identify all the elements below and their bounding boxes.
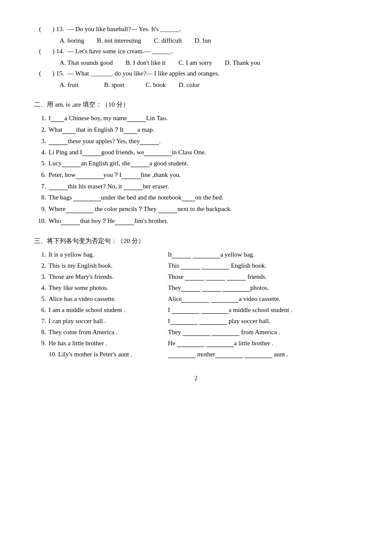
q14-optC: C. I am sorry <box>179 59 212 66</box>
p3-right-2: This English book. <box>168 262 358 269</box>
part2-item2: 2. Whatthat in English？Ita map. <box>34 126 358 134</box>
p3-left-10: 10. Lily's mother is Peter's aunt . <box>49 351 168 358</box>
p3-right-1: It a yellow bag. <box>168 251 358 258</box>
q15-options: A. fruit B. sport C. book D. color <box>60 81 358 89</box>
question-15: ( ) 15. — What _______ do you like?— I l… <box>34 70 358 77</box>
p3-num-10 <box>34 351 46 358</box>
p3-left-8: They come from America . <box>49 329 168 336</box>
p3-left-3: Those are Mary's friends. <box>49 273 168 280</box>
item-num-7: 7. <box>34 183 46 190</box>
p3-num-8: 8. <box>34 329 46 336</box>
p3-left-9: He has a little brother . <box>49 340 168 347</box>
p3-right-9: He a little brother . <box>168 340 358 347</box>
part3-section: 三、将下列各句变为否定句：（20 分） 1. It is a yellow ba… <box>34 237 358 358</box>
p3-num-6: 6. <box>34 306 46 314</box>
item-content-7: this his eraser? No, it her eraser. <box>49 183 358 190</box>
part3-header: 三、将下列各句变为否定句：（20 分） <box>34 237 358 245</box>
item-num-10: 10. <box>34 217 46 225</box>
p3-right-6: I a middle school student . <box>168 306 358 314</box>
p3-left-5: Alice has a video cassette. <box>49 295 168 303</box>
part2-section: 二、用 am, is ,are 填空：（10 分） 1. Ia Chinese … <box>34 101 358 225</box>
item-content-1: Ia Chinese boy, my nameLin Tao. <box>49 115 358 122</box>
part2-item6: 6. Peter, howyou？Ifine ,thank you. <box>34 171 358 179</box>
p3-left-6: I am a middle school student . <box>49 306 168 314</box>
q15-num: 15. <box>56 70 64 77</box>
q15-optD: D. color <box>179 81 199 89</box>
p3-right-10: mother aunt . <box>168 351 358 358</box>
item-num-3: 3. <box>34 138 46 145</box>
blank-paren-13 <box>46 26 52 33</box>
q15-optC: C. book <box>146 81 166 89</box>
q13-optC: C. difficult <box>154 37 182 44</box>
p3-num-2: 2. <box>34 262 46 269</box>
item-num-2: 2. <box>34 126 46 133</box>
item-num-6: 6. <box>34 171 46 179</box>
part2-header: 二、用 am, is ,are 填空：（10 分） <box>34 101 358 109</box>
part2-item3: 3. these your apples? Yes, they. <box>34 138 358 145</box>
item-num-5: 5. <box>34 160 46 167</box>
p3-num-1: 1. <box>34 251 46 258</box>
part3-item5: 5. Alice has a video cassette. Alice a v… <box>34 295 358 303</box>
q13-optB: B. not interesting <box>97 37 141 44</box>
p3-right-8: They from America . <box>168 329 358 336</box>
q14-optA: A. That sounds good <box>60 59 113 66</box>
question-14-text: 14. — Let's have some ice cream.— ______… <box>55 48 358 55</box>
blank-paren-14 <box>46 48 52 55</box>
question-15-text: 15. — What _______ do you like?— I like … <box>55 70 358 77</box>
blank-paren-15 <box>46 70 52 77</box>
part3-item2: 2. This is my English book. This English… <box>34 262 358 269</box>
part3-item6: 6. I am a middle school student . I a mi… <box>34 306 358 314</box>
p3-right-7: I play soccer ball. <box>168 318 358 325</box>
p3-num-5: 5. <box>34 295 46 303</box>
part3-item3: 3. Those are Mary's friends. Those frien… <box>34 273 358 280</box>
part2-item7: 7. this his eraser? No, it her eraser. <box>34 183 358 190</box>
paren-15: ( <box>34 70 46 77</box>
part2-item5: 5. Lucyan English girl, shea good studen… <box>34 160 358 167</box>
p3-num-3: 3. <box>34 273 46 280</box>
item-content-5: Lucyan English girl, shea good student. <box>49 160 358 167</box>
p3-right-3: Those friends. <box>168 273 358 280</box>
item-content-4: Li Ping and Igood friends, wein Class On… <box>49 149 358 156</box>
q14-optD: D. Thank you <box>225 59 260 66</box>
p3-right-5: Alice a video cassette. <box>168 295 358 303</box>
part3-item10: 10. Lily's mother is Peter's aunt . moth… <box>34 351 358 358</box>
item-num-4: 4. <box>34 149 46 156</box>
q14-num: 14. <box>56 48 64 55</box>
p3-num-4: 4. <box>34 284 46 292</box>
q13-optA: A. boring <box>60 37 84 44</box>
item-num-9: 9. <box>34 205 46 213</box>
p3-num-7: 7. <box>34 318 46 325</box>
question-14: ( ) 14. — Let's have some ice cream.— __… <box>34 48 358 55</box>
item-content-2: Whatthat in English？Ita map. <box>49 126 358 134</box>
item-content-8: The bags under the bed and the notebooko… <box>49 194 358 201</box>
q15-optB: B. sport <box>104 81 124 89</box>
q13-num: 13. <box>56 26 64 32</box>
part2-item8: 8. The bags under the bed and the notebo… <box>34 194 358 201</box>
p3-left-7: I can play soccer ball . <box>49 318 168 325</box>
item-num-1: 1. <box>34 115 46 122</box>
item-content-3: these your apples? Yes, they. <box>49 138 358 145</box>
q15-optA: A. fruit <box>60 81 78 89</box>
q14-optB: B. I don't like it <box>126 59 166 66</box>
part2-item9: 9. Where the color pencils？They next to … <box>34 205 358 213</box>
p3-num-9: 9. <box>34 340 46 347</box>
item-num-8: 8. <box>34 194 46 201</box>
question-13: ( ) 13. — Do you like baseball?— Yes. It… <box>34 26 358 33</box>
part3-item9: 9. He has a little brother . He a little… <box>34 340 358 347</box>
q13-optD: D. fun <box>195 37 211 44</box>
paren-14: ( <box>34 48 46 55</box>
p3-left-2: This is my English book. <box>49 262 168 269</box>
part3-item8: 8. They come from America . They from Am… <box>34 329 358 336</box>
item-content-9: Where the color pencils？They next to the… <box>49 205 358 213</box>
p3-left-1: It is a yellow bag. <box>49 251 168 258</box>
part2-item1: 1. Ia Chinese boy, my nameLin Tao. <box>34 115 358 122</box>
item-content-6: Peter, howyou？Ifine ,thank you. <box>49 171 358 179</box>
page-number: 2 <box>34 375 358 382</box>
part3-item4: 4. They like some photos. They photos. <box>34 284 358 292</box>
part3-item7: 7. I can play soccer ball . I play socce… <box>34 318 358 325</box>
part2-item10: 10. Whothat boy？HeJim's brother. <box>34 217 358 225</box>
question-13-text: 13. — Do you like baseball?— Yes. It's _… <box>55 26 358 33</box>
paren-13: ( <box>34 26 46 33</box>
q14-options: A. That sounds good B. I don't like it C… <box>60 59 358 66</box>
part3-item1: 1. It is a yellow bag. It a yellow bag. <box>34 251 358 258</box>
